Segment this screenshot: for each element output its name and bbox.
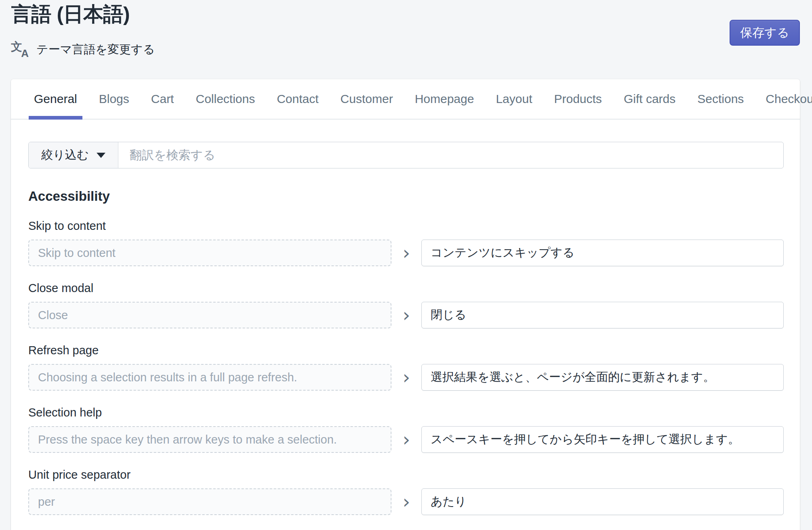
tab-cart[interactable]: Cart	[140, 79, 185, 119]
translation-input[interactable]	[421, 240, 784, 266]
filter-search-bar: 絞り込む	[28, 142, 784, 168]
tab-contact[interactable]: Contact	[266, 79, 329, 119]
chevron-right-icon: ›	[391, 365, 421, 389]
translation-input[interactable]	[421, 488, 784, 515]
tab-products[interactable]: Products	[543, 79, 612, 119]
chevron-right-icon: ›	[391, 490, 421, 514]
tab-gift-cards[interactable]: Gift cards	[613, 79, 686, 119]
field-label: Skip to content	[28, 219, 784, 233]
translate-icon: 文 A	[11, 40, 29, 59]
chevron-right-icon: ›	[391, 303, 421, 327]
chevron-right-icon: ›	[391, 427, 421, 452]
source-text-box: Choosing a selection results in a full p…	[28, 364, 391, 391]
caret-down-icon	[97, 153, 105, 158]
translation-input[interactable]	[421, 426, 784, 453]
tab-checkout-system[interactable]: Checkout & system	[755, 79, 812, 119]
field-label: Close modal	[28, 282, 784, 295]
tab-general[interactable]: General	[23, 79, 88, 119]
tab-sections[interactable]: Sections	[686, 79, 755, 119]
translation-row: Close ›	[28, 302, 784, 328]
translation-row: per ›	[28, 488, 784, 515]
field-label: Unit price separator	[28, 468, 784, 482]
tab-collections[interactable]: Collections	[185, 79, 266, 119]
filter-button[interactable]: 絞り込む	[29, 142, 118, 168]
source-text-box: Close	[28, 302, 391, 328]
section-heading: Accessibility	[28, 189, 784, 204]
translation-input[interactable]	[421, 364, 784, 391]
translation-row: Skip to content ›	[28, 240, 784, 266]
tab-layout[interactable]: Layout	[485, 79, 543, 119]
translation-row: Press the space key then arrow keys to m…	[28, 426, 784, 453]
chevron-right-icon: ›	[391, 241, 421, 265]
field-label: Refresh page	[28, 344, 784, 357]
translation-input[interactable]	[421, 302, 784, 328]
page-title: 言語 (日本語)	[11, 1, 130, 28]
source-text-box: Press the space key then arrow keys to m…	[28, 426, 391, 453]
filter-button-label: 絞り込む	[41, 147, 88, 163]
tab-homepage[interactable]: Homepage	[404, 79, 485, 119]
change-theme-language-link[interactable]: 文 A テーマ言語を変更する	[11, 40, 155, 59]
field-label: Selection help	[28, 406, 784, 419]
tab-customer[interactable]: Customer	[330, 79, 404, 119]
save-button[interactable]: 保存する	[730, 20, 800, 46]
source-text-box: Skip to content	[28, 240, 391, 266]
source-text-box: per	[28, 488, 391, 515]
category-tabs: General Blogs Cart Collections Contact C…	[11, 79, 800, 120]
translation-row: Choosing a selection results in a full p…	[28, 364, 784, 391]
tab-blogs[interactable]: Blogs	[88, 79, 140, 119]
translation-search-input[interactable]	[118, 142, 783, 168]
change-theme-language-label: テーマ言語を変更する	[36, 42, 155, 58]
language-editor-card: General Blogs Cart Collections Contact C…	[11, 79, 800, 530]
